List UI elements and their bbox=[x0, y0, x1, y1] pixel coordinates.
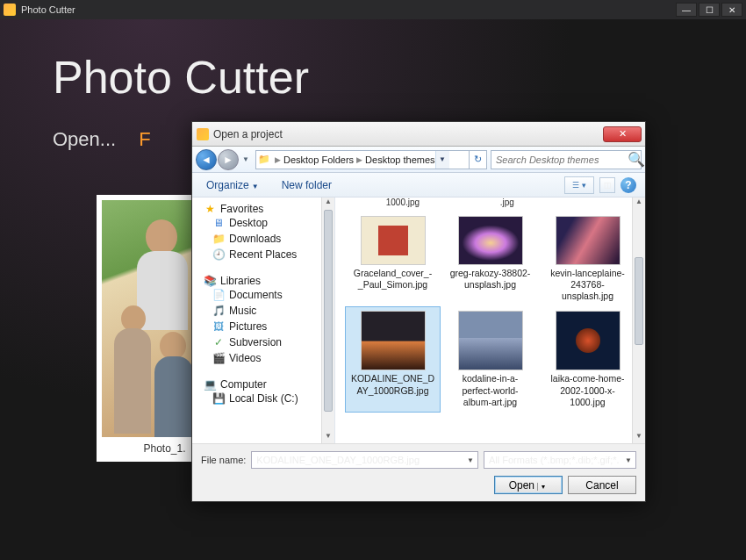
tree-header-computer[interactable]: 💻Computer bbox=[192, 378, 334, 391]
maximize-button[interactable]: ☐ bbox=[699, 3, 720, 17]
chevron-down-icon[interactable]: ▼ bbox=[623, 456, 634, 464]
file-name: greg-rakozy-38802-unsplash.jpg bbox=[448, 268, 533, 291]
scroll-up-icon[interactable]: ▲ bbox=[322, 197, 334, 209]
app-heading: Photo Cutter bbox=[53, 51, 693, 104]
refresh-button[interactable]: ↻ bbox=[470, 150, 487, 169]
file-thumb bbox=[556, 216, 620, 265]
file-thumb bbox=[361, 216, 426, 265]
tree-header-favorites[interactable]: ★Favorites bbox=[192, 203, 334, 215]
scrollbar-thumb[interactable] bbox=[635, 257, 643, 345]
file-item[interactable]: Graceland_cover_-_Paul_Simon.jpg bbox=[346, 212, 440, 305]
libraries-icon: 📚 bbox=[203, 275, 217, 287]
tree-item-localdisk[interactable]: 💾Local Disk (C:) bbox=[192, 391, 334, 406]
file-thumb bbox=[361, 311, 426, 370]
organize-menu[interactable]: Organize▼ bbox=[201, 176, 264, 194]
tree-item-music[interactable]: 🎵Music bbox=[192, 303, 334, 319]
file-item-selected[interactable]: KODALINE_ONE_DAY_1000RGB.jpg bbox=[346, 307, 440, 411]
file-name: Graceland_cover_-_Paul_Simon.jpg bbox=[351, 268, 435, 291]
breadcrumb-seg-2[interactable]: Desktop themes bbox=[365, 154, 434, 165]
file-name: laika-come-home-2002-1000-x-1000.jpg bbox=[546, 373, 630, 407]
videos-icon: 🎬 bbox=[212, 352, 226, 364]
file-thumb bbox=[458, 311, 523, 370]
music-icon: 🎵 bbox=[212, 305, 226, 317]
search-input[interactable] bbox=[491, 154, 622, 165]
nav-tree: ★Favorites 🖥Desktop 📁Downloads 🕘Recent P… bbox=[192, 197, 335, 443]
desktop-icon: 🖥 bbox=[212, 217, 226, 229]
filename-combo[interactable]: KODALINE_ONE_DAY_1000RGB.jpg▼ bbox=[251, 451, 478, 469]
help-button[interactable]: ? bbox=[620, 177, 636, 193]
file-grid: Graceland_cover_-_Paul_Simon.jpg greg-ra… bbox=[335, 212, 645, 419]
chevron-down-icon[interactable]: ▼ bbox=[465, 456, 476, 464]
folder-icon: 📁 bbox=[212, 233, 226, 245]
cutoff-name[interactable]: 1000.jpg bbox=[386, 197, 420, 207]
nav-forward-button[interactable]: ► bbox=[218, 149, 239, 170]
new-folder-button[interactable]: New folder bbox=[276, 176, 337, 194]
dialog-toolbar: Organize▼ New folder ☰ ▾ ◫ ? bbox=[192, 173, 645, 197]
tree-item-pictures[interactable]: 🖼Pictures bbox=[192, 319, 334, 334]
app-body: Photo Cutter Open... F Photo_1. Open a p… bbox=[0, 19, 746, 560]
app-title: Photo Cutter bbox=[21, 4, 674, 15]
file-item[interactable]: kodaline-in-a-perfect-world-album-art.jp… bbox=[443, 307, 537, 411]
tree-header-libraries[interactable]: 📚Libraries bbox=[192, 275, 334, 287]
recent-icon: 🕘 bbox=[212, 248, 226, 261]
open-label[interactable]: Open... bbox=[53, 128, 116, 150]
tree-item-videos[interactable]: 🎬Videos bbox=[192, 350, 334, 366]
open-button[interactable]: Open ▾ bbox=[494, 476, 563, 494]
documents-icon: 📄 bbox=[212, 289, 226, 301]
scroll-down-icon[interactable]: ▼ bbox=[322, 432, 334, 443]
dialog-titlebar[interactable]: Open a project ✕ bbox=[192, 122, 645, 147]
file-scrollbar[interactable]: ▲ ▼ bbox=[632, 197, 645, 443]
cancel-button[interactable]: Cancel bbox=[568, 476, 636, 494]
minimize-button[interactable]: — bbox=[676, 3, 697, 17]
pictures-icon: 🖼 bbox=[212, 320, 226, 333]
breadcrumb[interactable]: 📁 ▶ Desktop Folders ▶ Desktop themes ▼ bbox=[255, 150, 470, 169]
tree-item-documents[interactable]: 📄Documents bbox=[192, 287, 334, 303]
file-thumb bbox=[458, 216, 523, 265]
scroll-down-icon[interactable]: ▼ bbox=[633, 432, 645, 443]
file-thumb bbox=[556, 311, 620, 370]
nav-history-dropdown[interactable]: ▼ bbox=[240, 155, 252, 163]
chevron-down-icon: ▼ bbox=[252, 183, 259, 190]
breadcrumb-dropdown[interactable]: ▼ bbox=[435, 151, 449, 169]
tree-scrollbar[interactable]: ▲ ▼ bbox=[321, 197, 334, 443]
subversion-icon: ✓ bbox=[212, 336, 226, 348]
app-titlebar[interactable]: Photo Cutter — ☐ ✕ bbox=[0, 0, 746, 19]
tree-item-subversion[interactable]: ✓Subversion bbox=[192, 334, 334, 350]
chevron-right-icon[interactable]: ▶ bbox=[354, 155, 365, 164]
scroll-up-icon[interactable]: ▲ bbox=[633, 197, 645, 209]
close-button[interactable]: ✕ bbox=[721, 3, 742, 17]
file-item[interactable]: laika-come-home-2002-1000-x-1000.jpg bbox=[541, 307, 635, 411]
dialog-close-button[interactable]: ✕ bbox=[603, 126, 642, 142]
disk-icon: 💾 bbox=[212, 392, 226, 405]
cutoff-row: 1000.jpg .jpg bbox=[335, 197, 645, 212]
filter-combo[interactable]: All Formats (*.bmp;*.dib;*.gif;*.▼ bbox=[484, 451, 636, 469]
open-split-dropdown[interactable]: ▾ bbox=[537, 483, 548, 491]
filename-label: File name: bbox=[201, 455, 246, 465]
search-icon[interactable]: 🔍 bbox=[622, 151, 650, 168]
nav-back-button[interactable]: ◄ bbox=[196, 149, 217, 170]
open-file-link[interactable]: F bbox=[139, 128, 150, 150]
dialog-icon bbox=[197, 128, 209, 140]
file-pane: 1000.jpg .jpg Graceland_cover_-_Paul_Sim… bbox=[335, 197, 645, 443]
computer-icon: 💻 bbox=[203, 378, 217, 391]
app-icon bbox=[4, 4, 16, 16]
file-item[interactable]: kevin-lanceplaine-243768-unsplash.jpg bbox=[541, 212, 635, 305]
preview-pane-button[interactable]: ◫ bbox=[599, 177, 615, 193]
cutoff-name[interactable]: .jpg bbox=[500, 197, 514, 207]
breadcrumb-seg-1[interactable]: Desktop Folders bbox=[283, 154, 354, 165]
file-name: kevin-lanceplaine-243768-unsplash.jpg bbox=[546, 268, 630, 302]
chevron-right-icon[interactable]: ▶ bbox=[272, 155, 283, 164]
tree-item-recent[interactable]: 🕘Recent Places bbox=[192, 247, 334, 262]
dialog-title: Open a project bbox=[213, 128, 603, 140]
file-name: KODALINE_ONE_DAY_1000RGB.jpg bbox=[351, 373, 435, 396]
scrollbar-thumb[interactable] bbox=[324, 210, 333, 412]
tree-item-desktop[interactable]: 🖥Desktop bbox=[192, 215, 334, 231]
tree-item-downloads[interactable]: 📁Downloads bbox=[192, 231, 334, 247]
dialog-bottom: File name: KODALINE_ONE_DAY_1000RGB.jpg▼… bbox=[192, 443, 645, 501]
star-icon: ★ bbox=[203, 203, 217, 215]
view-mode-button[interactable]: ☰ ▾ bbox=[564, 176, 594, 194]
dialog-main: ★Favorites 🖥Desktop 📁Downloads 🕘Recent P… bbox=[192, 197, 645, 443]
search-box[interactable]: 🔍 bbox=[491, 150, 642, 169]
file-item[interactable]: greg-rakozy-38802-unsplash.jpg bbox=[443, 212, 537, 305]
file-name: kodaline-in-a-perfect-world-album-art.jp… bbox=[448, 373, 533, 407]
